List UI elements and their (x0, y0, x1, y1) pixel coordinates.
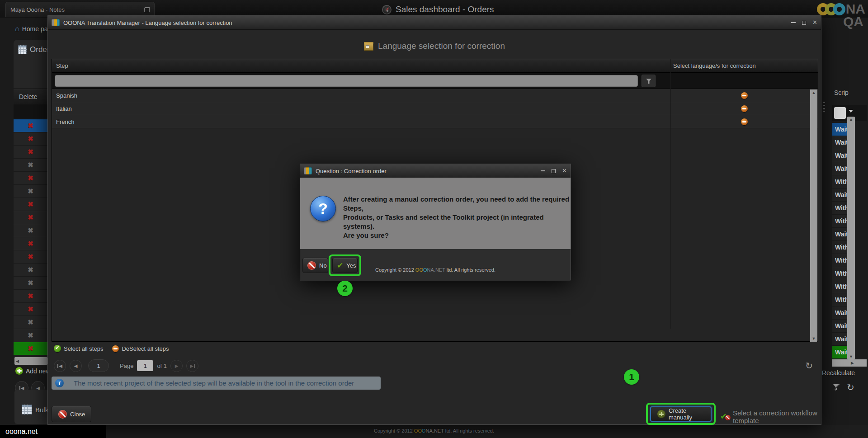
delete-icon[interactable]: ✖ (28, 318, 33, 326)
question-footer: No ✔ Yes Copyright © 2012 OOONA.NET ltd.… (300, 249, 571, 281)
message-line: Are you sure? (343, 231, 571, 240)
delete-icon[interactable]: ✖ (28, 240, 33, 248)
create-manually-button[interactable]: Create manually (650, 406, 712, 422)
delete-icon[interactable]: ✖ (28, 253, 33, 261)
order-row[interactable]: ✖ (14, 329, 47, 342)
delete-icon[interactable]: ✖ (28, 266, 33, 274)
maximize-icon[interactable] (802, 21, 806, 25)
add-new-button[interactable]: Add new (15, 367, 47, 375)
table-row[interactable]: Italian (52, 102, 818, 115)
close-icon[interactable]: ✕ (562, 169, 567, 173)
order-row[interactable]: ✖ (14, 198, 47, 211)
step-language-label: Italian (52, 105, 72, 112)
orders-table-left: Delete ✖✖✖✖✖✖✖✖✖✖✖✖✖✖✖✖✖✖ (14, 89, 47, 357)
notes-tab[interactable]: Maya Ooona - Notes (5, 2, 155, 17)
scroll-up-arrow-icon[interactable]: ▲ (847, 117, 855, 122)
delete-icon[interactable]: ✖ (28, 161, 33, 169)
refresh-icon[interactable]: ↻ (805, 360, 813, 371)
tab-orders[interactable]: Orders (18, 45, 47, 54)
bulk-button[interactable]: Bulk (22, 405, 47, 414)
close-label: Close (70, 411, 85, 418)
close-icon[interactable]: ✕ (812, 20, 817, 25)
annotation-step-1-badge: 1 (624, 369, 639, 385)
scroll-down-arrow-icon[interactable]: ▼ (810, 335, 817, 342)
delete-icon[interactable]: ✖ (28, 135, 33, 143)
horizontal-scrollbar[interactable]: ◀ (14, 357, 47, 365)
dashboard-gauge-icon (382, 5, 392, 14)
delete-icon[interactable]: ✖ (28, 174, 33, 182)
page-number-button[interactable]: 1 (88, 359, 109, 372)
select-all-icon[interactable] (54, 345, 61, 352)
order-row[interactable]: ✖ (14, 277, 47, 290)
scroll-down-arrow-icon[interactable]: ▼ (847, 354, 855, 359)
dropdown-arrow-icon[interactable] (849, 110, 853, 113)
order-row[interactable]: ✖ (14, 132, 47, 146)
order-row[interactable]: ✖ (14, 119, 47, 132)
deselect-language-icon[interactable] (741, 105, 748, 112)
order-row[interactable]: ✖ (14, 237, 47, 250)
nav-home-page[interactable]: ⌂ Home page (15, 25, 47, 33)
annotation-highlight-yes: ✔ Yes (329, 254, 361, 276)
script-filter-dropdown[interactable] (834, 107, 846, 119)
deselect-language-icon[interactable] (741, 92, 748, 99)
language-rows: SpanishItalianFrench (52, 89, 818, 128)
scroll-right-arrow-icon[interactable]: ▶ (851, 361, 854, 365)
language-selection-titlebar[interactable]: OOONA Translation Manager - Language sel… (48, 16, 821, 30)
order-row[interactable]: ✖ (14, 224, 47, 237)
vertical-scrollbar[interactable]: ▲ ▼ (847, 117, 855, 359)
select-all-steps[interactable]: Select all steps (64, 345, 103, 352)
delete-icon[interactable]: ✖ (28, 122, 33, 130)
minimize-icon[interactable] (541, 170, 545, 171)
first-page-button[interactable]: ◀ (54, 360, 66, 372)
delete-icon[interactable]: ✖ (28, 200, 33, 208)
delete-icon[interactable]: ✖ (28, 292, 33, 300)
step-filter-input[interactable] (55, 75, 638, 87)
delete-icon[interactable]: ✖ (28, 331, 33, 339)
deselect-all-icon[interactable] (112, 345, 119, 352)
order-row[interactable]: ✖ (14, 159, 47, 172)
delete-icon[interactable]: ✖ (28, 213, 33, 221)
order-row[interactable]: ✖ (14, 185, 47, 198)
delete-icon[interactable]: ✖ (28, 344, 33, 353)
question-titlebar[interactable]: Question : Correction order ✕ (300, 164, 571, 178)
clear-filter-icon[interactable] (832, 383, 840, 391)
maximize-icon[interactable] (552, 169, 556, 173)
delete-icon[interactable]: ✖ (28, 305, 33, 313)
notes-tab-label: Maya Ooona - Notes (10, 6, 144, 13)
scroll-left-arrow-icon[interactable]: ◀ (14, 359, 19, 363)
delete-icon[interactable]: ✖ (28, 226, 33, 235)
order-row[interactable]: ✖ (14, 264, 47, 277)
prev-page-button[interactable]: ◀ (70, 360, 82, 372)
delete-icon[interactable]: ✖ (28, 187, 33, 195)
delete-icon[interactable]: ✖ (28, 279, 33, 287)
deselect-all-steps[interactable]: DeSelect all steps (122, 345, 169, 352)
order-row[interactable]: ✖ (14, 303, 47, 316)
next-page-button[interactable]: ▶ (170, 360, 183, 372)
minimize-icon[interactable] (791, 22, 796, 23)
column-header-select-language[interactable]: Select language/s for correction (673, 59, 756, 73)
restore-window-icon[interactable] (144, 7, 150, 12)
horizontal-scrollbar-right[interactable]: ▶ (832, 359, 867, 367)
delete-icon[interactable]: ✖ (28, 148, 33, 156)
page-input[interactable]: 1 (137, 360, 153, 371)
table-row[interactable]: French (52, 115, 818, 128)
select-workflow-template-button[interactable]: ✔ Select a correction workflow template (720, 409, 821, 424)
order-row[interactable]: ✖ (14, 172, 47, 185)
order-row[interactable]: ✖ (14, 211, 47, 224)
order-row[interactable]: ✖ (14, 250, 47, 264)
deselect-language-icon[interactable] (741, 118, 748, 125)
order-row[interactable]: ✖ (14, 316, 47, 329)
table-row[interactable]: Spanish (52, 89, 818, 102)
filter-button[interactable] (642, 75, 656, 87)
scroll-up-arrow-icon[interactable]: ▲ (810, 89, 817, 96)
table-scrollbar[interactable]: ▲ ▼ (810, 89, 817, 342)
order-row[interactable]: ✖ (14, 290, 47, 303)
recalculate-label[interactable]: Recalculate (822, 369, 867, 377)
order-row[interactable]: ✖ (14, 146, 47, 159)
column-header-step[interactable]: Step (56, 59, 68, 73)
last-page-button[interactable]: ▶ (186, 360, 198, 372)
column-grip-icon[interactable] (823, 102, 825, 112)
close-button[interactable]: Close (52, 406, 91, 422)
order-row[interactable]: ✖ (14, 342, 47, 355)
refresh-icon[interactable]: ↻ (847, 382, 854, 393)
